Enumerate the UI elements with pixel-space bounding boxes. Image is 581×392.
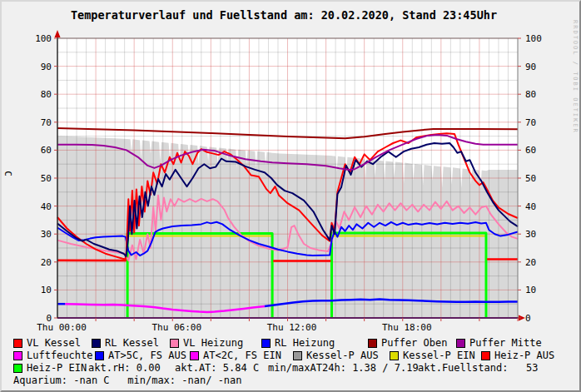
legend-item: Heiz-P EIN — [13, 363, 87, 373]
legend-label: Heiz-P AUS — [494, 350, 554, 361]
legend-item: RL Kessel — [92, 338, 159, 348]
legend-label: RL Heizung — [275, 337, 335, 349]
legend-swatch — [368, 339, 377, 348]
legend-label: Puffer Oben — [381, 337, 447, 349]
legend-stat: akt.AT: 5.84 C — [175, 363, 259, 373]
legend-stat: akt.Fuellstand: 53 — [418, 363, 539, 373]
legend-label: min/maxAT24h: 1.38 / 7.19 — [268, 362, 419, 374]
legend-item: Puffer Oben — [368, 338, 447, 348]
legend-item: AT<2C, FS EIN — [190, 350, 281, 360]
legend-item: Kessel-P AUS — [293, 350, 379, 360]
legend-label: VL Heizung — [183, 337, 243, 349]
legend-label: Puffer Mitte — [469, 337, 542, 349]
legend-label: akt.rH: 0.00 — [88, 362, 161, 374]
legend-label: VL Kessel — [27, 337, 81, 349]
legend-stat: akt.rH: 0.00 — [88, 363, 161, 373]
legend: VL KesselRL KesselVL HeizungRL HeizungPu… — [2, 2, 581, 392]
legend-label: RL Kessel — [105, 337, 159, 349]
legend-label: Kessel-P EIN — [403, 350, 475, 361]
legend-label: Heiz-P EIN — [27, 362, 87, 374]
legend-stat: min/maxAT24h: 1.38 / 7.19 — [268, 363, 419, 373]
legend-label: Aquarium: -nan C min/max: -nan/ -nan — [13, 375, 242, 386]
legend-label: akt.AT: 5.84 C — [175, 362, 259, 374]
legend-item: RL Heizung — [261, 338, 335, 348]
legend-item: AT>5C, FS AUS — [95, 350, 186, 360]
legend-item: VL Heizung — [170, 338, 243, 348]
legend-stat: Aquarium: -nan C min/max: -nan/ -nan — [13, 375, 242, 385]
legend-item: Puffer Mitte — [456, 338, 542, 348]
legend-swatch — [95, 351, 104, 360]
rrdtool-graph-frame: Temperaturverlauf und Fuellstand am: 20.… — [0, 0, 581, 392]
legend-label: akt.Fuellstand: 53 — [418, 362, 539, 374]
legend-label: Luftfeuchte — [27, 350, 92, 361]
legend-swatch — [13, 351, 22, 360]
legend-swatch — [92, 339, 101, 348]
legend-swatch — [456, 339, 465, 348]
legend-label: AT>5C, FS AUS — [108, 350, 186, 361]
rrdtool-watermark: RRDTOOL / TOBI OETIKER — [572, 20, 579, 134]
legend-swatch — [481, 351, 490, 360]
legend-swatch — [390, 351, 399, 360]
legend-label: Kessel-P AUS — [306, 350, 379, 361]
legend-swatch — [261, 339, 271, 348]
legend-swatch — [293, 351, 302, 360]
legend-item: Heiz-P AUS — [481, 350, 554, 360]
legend-label: AT<2C, FS EIN — [203, 350, 281, 361]
legend-swatch — [170, 339, 179, 348]
legend-item: Kessel-P EIN — [390, 350, 475, 360]
legend-swatch — [190, 351, 199, 360]
legend-item: Luftfeuchte — [13, 350, 92, 360]
legend-swatch — [13, 339, 22, 348]
legend-item: VL Kessel — [13, 338, 81, 348]
legend-swatch — [13, 364, 22, 373]
